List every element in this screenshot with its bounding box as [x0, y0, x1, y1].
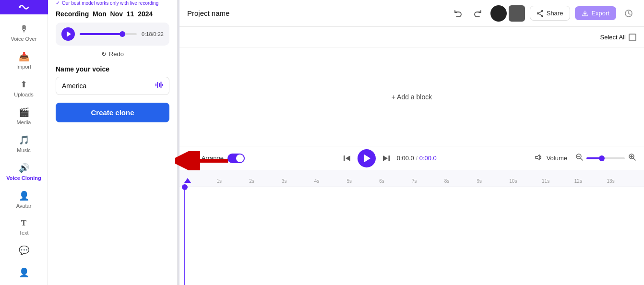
ruler-4s: 4s [314, 178, 320, 184]
playhead-head [182, 184, 188, 190]
sidebar-item-label: Uploads [14, 92, 33, 97]
text-icon: T [21, 218, 26, 228]
playhead-icon [184, 178, 191, 185]
avatar-icon: 👤 [19, 190, 29, 201]
zoom-fill [586, 157, 602, 159]
auto-arrange-toggle[interactable] [227, 154, 245, 163]
sidebar-item-music[interactable]: 🎵 Music [0, 130, 48, 158]
media-icon: 🎬 [19, 107, 29, 118]
voice-name-input[interactable] [62, 82, 155, 90]
audio-current-time: 0:18 [142, 31, 152, 37]
ruler-7s: 7s [412, 178, 417, 184]
redo-button[interactable]: ↻ Redo [56, 50, 169, 58]
audio-progress-bar[interactable] [80, 33, 137, 35]
import-icon: 📥 [19, 51, 29, 62]
audio-time: 0:18/0:22 [142, 31, 164, 37]
check-icon: ✓ [56, 0, 60, 6]
toggle-thumb [236, 154, 244, 162]
sidebar-profile-button[interactable]: 👤 [0, 262, 48, 283]
audio-play-button[interactable] [61, 27, 75, 41]
share-button[interactable]: Share [530, 6, 571, 21]
svg-rect-5 [161, 82, 162, 88]
sidebar-item-voice-over[interactable]: 🎙 Voice Over [0, 19, 48, 47]
waveform-icon [155, 81, 163, 91]
svg-marker-16 [383, 155, 388, 161]
time-divider: / [416, 154, 419, 162]
audio-player: 0:18/0:22 [56, 23, 169, 46]
user-avatars [490, 5, 525, 22]
volume-area: Volume [534, 153, 567, 164]
voice-cloning-icon: 🔊 [19, 163, 29, 173]
redo-label: Redo [109, 50, 124, 58]
svg-line-19 [581, 158, 583, 161]
export-button[interactable]: Export [575, 6, 616, 20]
audio-total-time: 0:22 [154, 31, 164, 37]
create-clone-button[interactable]: Create clone [56, 103, 169, 122]
transport-controls: 0:00.0 / 0:00.0 [252, 149, 526, 167]
avatar-user-1 [490, 5, 507, 22]
play-button[interactable] [358, 149, 376, 167]
svg-marker-17 [536, 155, 539, 160]
microphone-icon: 🎙 [20, 24, 28, 34]
ruler-11s: 11s [542, 178, 549, 184]
sidebar-item-media[interactable]: 🎬 Media [0, 102, 48, 130]
recording-status-text: Our best model works only with live reco… [62, 0, 158, 6]
time-display: 0:00.0 / 0:00.0 [397, 154, 437, 162]
export-label: Export [591, 10, 609, 17]
bottom-controls: Auto Arrange 0:00.0 / 0:00.0 Volume [179, 146, 644, 170]
sidebar-item-label: Media [17, 119, 31, 125]
svg-line-10 [538, 12, 541, 13]
ruler-13s: 13s [607, 178, 615, 184]
sidebar-item-uploads[interactable]: ⬆ Uploads [0, 74, 48, 102]
audio-progress-thumb [119, 31, 125, 37]
voice-clone-panel: ✓ Our best model works only with live re… [48, 0, 178, 285]
sidebar-bottom: 💬 👤 [0, 240, 48, 285]
sidebar-nav: 🎙 Voice Over 📥 Import ⬆ Uploads 🎬 Media … [0, 14, 48, 240]
name-your-voice-label: Name your voice [48, 58, 177, 77]
timeline-track [179, 187, 644, 285]
history-button[interactable] [621, 6, 636, 21]
svg-line-11 [538, 13, 541, 15]
select-all-checkbox[interactable] [629, 34, 636, 41]
zoom-area [575, 153, 636, 164]
time-current: 0:00.0 [397, 154, 414, 162]
zoom-slider[interactable] [586, 157, 625, 159]
playhead-line [184, 187, 185, 285]
svg-rect-13 [344, 155, 345, 161]
sidebar-item-text[interactable]: T Text [0, 214, 48, 240]
recording-filename: Recording_Mon_Nov_11_2024 [48, 8, 177, 23]
sidebar-item-import[interactable]: 📥 Import [0, 47, 48, 74]
auto-arrange: Auto Arrange [187, 154, 245, 163]
sidebar-item-avatar[interactable]: 👤 Avatar [0, 186, 48, 214]
undo-button[interactable] [450, 6, 465, 21]
svg-marker-14 [346, 155, 350, 161]
ruler-1s: 1s [216, 178, 222, 184]
redo-action-button[interactable] [470, 6, 486, 21]
svg-marker-25 [184, 178, 191, 183]
skip-forward-button[interactable] [382, 154, 391, 163]
profile-icon: 👤 [19, 267, 29, 278]
svg-point-1 [19, 6, 21, 8]
project-name: Project name [187, 9, 444, 17]
ruler-5s: 5s [346, 178, 352, 184]
sidebar-item-label: Voice Over [11, 36, 37, 42]
skip-back-button[interactable] [342, 154, 352, 163]
sidebar-item-label: Music [17, 147, 31, 153]
add-block-button[interactable]: + Add a block [384, 88, 440, 106]
auto-arrange-label: Auto Arrange [187, 154, 224, 162]
sidebar-item-voice-cloning[interactable]: 🔊 Voice Cloning [0, 158, 48, 186]
sidebar-chat-button[interactable]: 💬 [0, 240, 48, 261]
ruler-9s: 9s [477, 178, 482, 184]
sidebar-item-label: Import [16, 64, 31, 70]
zoom-out-button[interactable] [575, 153, 584, 164]
zoom-in-button[interactable] [628, 153, 636, 164]
ruler-6s: 6s [379, 178, 384, 184]
chat-icon: 💬 [19, 245, 29, 256]
avatar-user-2 [509, 5, 525, 22]
voice-name-input-wrap [56, 77, 169, 95]
timeline-ruler: 1s 2s 3s 4s 5s 6s 7s 8s 9s 10s 11s 12s 1… [179, 170, 644, 187]
ruler-10s: 10s [509, 178, 517, 184]
volume-label: Volume [547, 154, 567, 162]
main-area: Project name Share Export [179, 0, 644, 285]
app-logo[interactable] [0, 0, 48, 14]
